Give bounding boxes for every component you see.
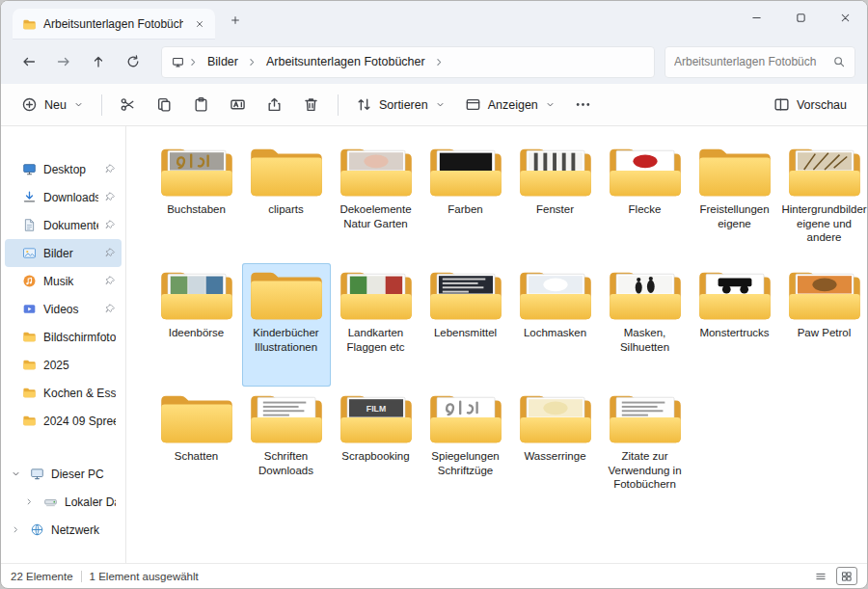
picturesIcon [22,246,37,260]
folder-tile-paw-petrol[interactable]: Paw Petrol [780,263,868,387]
new-button[interactable]: Neu [13,90,93,120]
refresh-button[interactable] [117,45,149,78]
breadcrumb[interactable]: BilderArbeitsunterlagen Fotobücher [161,46,655,78]
maximize-button[interactable] [778,1,823,34]
close-button[interactable] [823,1,867,34]
documentIcon [22,218,37,232]
folder-tile-ideenbörse[interactable]: Ideenbörse [152,263,241,387]
folder-tile-landkarten-flaggen-etc[interactable]: Landkarten Flaggen etc [332,263,420,387]
more-options-button[interactable] [566,89,601,121]
breadcrumb-item-bilder[interactable]: Bilder [203,52,243,71]
new-button-label: Neu [44,98,67,112]
minimize-button[interactable] [734,1,778,34]
folder-name: Kinderbücher Illustrationen [243,326,330,354]
delete-button[interactable] [294,89,329,121]
pin-icon [105,164,116,174]
folder-tile-flecke[interactable]: Flecke [601,140,690,263]
folder-tile-zitate-zur-verwendung-in-fotobüchern[interactable]: Zitate zur Verwendung in Fotobüchern [601,387,690,510]
folder-tile-hintergrundbilder-eigene-und-andere[interactable]: Hintergrundbilder eigene und andere [780,140,868,263]
sidebar-item-dokumente[interactable]: Dokumente [5,211,122,239]
cut-button[interactable] [111,89,146,121]
folder-name: Freistellungen eigene [692,202,778,230]
copy-button[interactable] [148,89,182,121]
sidebar-item-bilder[interactable]: Bilder [5,239,122,267]
folder-tile-dekoelemente-natur-garten[interactable]: Dekoelemente Natur Garten [332,140,420,263]
folder-tile-cliparts[interactable]: cliparts [242,140,331,263]
folder-tile-buchstaben[interactable]: Buchstaben [152,140,241,263]
new-tab-button[interactable] [223,8,248,33]
folder-tile-lebensmittel[interactable]: Lebensmittel [421,263,510,387]
breadcrumb-item-arbeitsunterlagen-fotobücher[interactable]: Arbeitsunterlagen Fotobücher [261,52,430,71]
folder-name: Masken, Silhuetten [602,326,689,354]
folder-name: Scrapbooking [341,449,409,464]
sidebar-item-label: Bildschirmfotos [43,331,116,344]
folder-name: Dekoelemente Natur Garten [333,202,420,230]
chevron-right-icon[interactable] [24,496,37,507]
sidebar-item-label: Kochen & Essen [43,387,116,400]
folder-icon [518,266,593,324]
view-toggles [810,567,857,585]
folder-tile-farben[interactable]: Farben [421,140,510,263]
folder-tile-masken-silhuetten[interactable]: Masken, Silhuetten [601,263,690,387]
chevron-right-icon[interactable] [11,524,23,535]
back-button[interactable] [13,45,45,78]
folder-name: Lebensmittel [434,326,497,340]
details-view-toggle[interactable] [810,567,831,585]
chevron-down-icon[interactable] [11,469,23,479]
folder-icon [159,143,234,201]
search-input[interactable]: Arbeitsunterlagen Fotobüch [665,46,855,78]
navigation-bar: BilderArbeitsunterlagen Fotobücher Arbei… [1,40,867,84]
status-divider [81,571,82,582]
folder-tile-fenster[interactable]: Fenster [511,140,600,263]
folder-name: Hintergrundbilder eigene und andere [781,202,868,245]
sidebar-item-desktop[interactable]: Desktop [5,155,122,183]
folder-icon [608,143,683,201]
folder-tile-lochmasken[interactable]: Lochmasken [511,263,600,387]
folder-tile-schatten[interactable]: Schatten [152,387,241,510]
videosIcon [22,302,37,316]
view-button[interactable]: Anzeigen [456,90,564,120]
folder-icon [697,266,773,324]
sidebar-item-netzwerk[interactable]: Netzwerk [5,516,122,544]
file-explorer-window: Arbeitsunterlagen Fotobücher BilderArbei… [0,0,868,589]
paste-button[interactable] [184,89,219,121]
folder-icon [428,389,503,447]
forward-button[interactable] [47,45,80,78]
sidebar-item-bildschirmfotos[interactable]: Bildschirmfotos [5,323,122,351]
folder-tile-spiegelungen-schriftzüge[interactable]: Spiegelungen Schriftzüge [421,387,510,510]
sidebar-item-lokaler-datent[interactable]: Lokaler Datent [5,488,122,516]
folder-tile-scrapbooking[interactable]: FILMScrapbooking [332,387,420,510]
up-button[interactable] [82,45,115,78]
tab-close-icon[interactable] [190,14,209,34]
folder-icon [787,266,862,324]
musicIcon [22,274,37,288]
sidebar-item-videos[interactable]: Videos [5,295,122,323]
folderMini [22,414,37,428]
sidebar-item-dieser-pc[interactable]: Dieser PC [5,460,122,488]
folder-tile-wasserringe[interactable]: Wasserringe [511,387,600,510]
folder-tile-freistellungen-eigene[interactable]: Freistellungen eigene [691,140,779,263]
chevron-down-icon [435,99,446,110]
folder-tile-kinderbücher-illustrationen[interactable]: Kinderbücher Illustrationen [242,263,331,387]
folder-icon [249,266,324,324]
preview-toggle-button[interactable]: Vorschau [765,90,855,120]
sidebar-item-2024-09-spree-f[interactable]: 2024 09 Spree-F [5,407,122,435]
folderMini [22,386,37,400]
sidebar-item-2025[interactable]: 2025 [5,351,122,379]
sidebar-item-downloads[interactable]: Downloads [5,183,122,211]
rename-button[interactable] [221,89,256,121]
folder-icon [518,143,593,201]
folder-name: Wasserringe [524,449,585,464]
explorer-tab[interactable]: Arbeitsunterlagen Fotobücher [13,9,215,40]
preview-pane-icon [773,96,790,113]
sidebar-item-musik[interactable]: Musik [5,267,122,295]
icons-view-toggle[interactable] [836,567,857,585]
folder-tile-schriften-downloads[interactable]: Schriften Downloads [242,387,331,510]
share-button[interactable] [258,89,292,121]
sort-button[interactable]: Sortieren [347,90,454,120]
folder-icon [249,143,324,201]
sidebar-item-label: Netzwerk [51,523,116,537]
pin-icon [105,276,116,286]
folder-tile-monstertrucks[interactable]: Monstertrucks [691,263,779,387]
sidebar-item-kochen-essen[interactable]: Kochen & Essen [5,379,122,407]
